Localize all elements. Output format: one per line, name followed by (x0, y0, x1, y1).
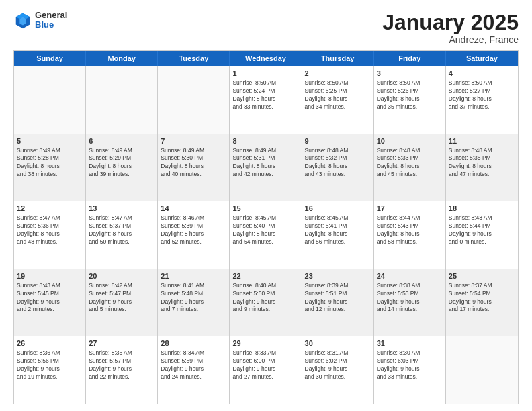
cell-text: Daylight: 8 hours (449, 95, 515, 103)
cell-text: Sunrise: 8:40 AM (232, 282, 298, 290)
cell-text: Daylight: 9 hours (161, 298, 226, 306)
table-row: 3Sunrise: 8:50 AMSunset: 5:26 PMDaylight… (374, 66, 446, 134)
day-number: 2 (305, 68, 371, 79)
logo-blue: Blue (35, 20, 67, 30)
cell-text: Sunset: 5:48 PM (161, 290, 226, 298)
cell-text: Sunrise: 8:34 AM (161, 349, 226, 357)
cell-text: Sunrise: 8:48 AM (305, 147, 371, 155)
day-number: 23 (305, 271, 371, 281)
table-row: 26Sunrise: 8:36 AMSunset: 5:56 PMDayligh… (14, 336, 86, 404)
cell-text: Sunset: 5:26 PM (377, 87, 443, 95)
cell-text: Sunset: 5:28 PM (17, 154, 83, 163)
table-row: 4Sunrise: 8:50 AMSunset: 5:27 PMDaylight… (446, 66, 518, 134)
cell-text: Daylight: 9 hours (89, 365, 154, 373)
cell-text: Daylight: 8 hours (305, 163, 371, 171)
cell-text: Sunrise: 8:49 AM (89, 147, 154, 155)
cell-text: and 43 minutes. (305, 171, 371, 179)
day-number: 7 (161, 136, 226, 146)
cell-text: Sunrise: 8:48 AM (449, 147, 515, 155)
subtitle: Andreze, France (382, 34, 519, 45)
cell-text: Sunset: 6:03 PM (377, 357, 443, 365)
cell-text: and 19 minutes. (17, 373, 83, 381)
day-number: 4 (449, 68, 515, 79)
cell-text: and 9 minutes. (232, 306, 298, 314)
cell-text: Sunset: 5:24 PM (232, 87, 298, 95)
day-number: 3 (377, 68, 443, 79)
cell-text: Sunrise: 8:31 AM (305, 349, 371, 357)
calendar-row: 1Sunrise: 8:50 AMSunset: 5:24 PMDaylight… (14, 66, 518, 134)
table-row (158, 66, 230, 134)
calendar-row: 5Sunrise: 8:49 AMSunset: 5:28 PMDaylight… (14, 134, 518, 201)
table-row: 24Sunrise: 8:38 AMSunset: 5:53 PMDayligh… (374, 269, 446, 336)
table-row (86, 66, 158, 134)
day-number: 27 (89, 338, 154, 349)
table-row: 12Sunrise: 8:47 AMSunset: 5:36 PMDayligh… (14, 201, 86, 269)
day-number: 1 (232, 68, 298, 79)
cell-text: Sunset: 5:44 PM (449, 222, 515, 230)
weekday-header: Thursday (302, 51, 374, 66)
cell-text: Sunset: 5:43 PM (377, 222, 443, 230)
cell-text: and 33 minutes. (232, 103, 298, 111)
cell-text: Sunrise: 8:47 AM (89, 214, 154, 222)
table-row: 2Sunrise: 8:50 AMSunset: 5:25 PMDaylight… (302, 66, 374, 134)
cell-text: Daylight: 9 hours (17, 365, 83, 373)
cell-text: Sunset: 5:45 PM (17, 290, 83, 298)
day-number: 30 (305, 338, 371, 349)
cell-text: Daylight: 8 hours (161, 163, 226, 171)
table-row: 8Sunrise: 8:49 AMSunset: 5:31 PMDaylight… (230, 134, 302, 201)
title-block: January 2025 Andreze, France (382, 11, 519, 45)
cell-text: and 5 minutes. (89, 306, 154, 314)
cell-text: Daylight: 9 hours (305, 298, 371, 306)
cell-text: Sunset: 5:31 PM (232, 154, 298, 163)
cell-text: Sunset: 5:47 PM (89, 290, 154, 298)
cell-text: Sunset: 5:41 PM (305, 222, 371, 230)
cell-text: Daylight: 8 hours (305, 95, 371, 103)
cell-text: Sunrise: 8:30 AM (377, 349, 443, 357)
weekday-header: Monday (86, 51, 158, 66)
day-number: 5 (17, 136, 83, 146)
table-row: 1Sunrise: 8:50 AMSunset: 5:24 PMDaylight… (230, 66, 302, 134)
table-row: 28Sunrise: 8:34 AMSunset: 5:59 PMDayligh… (158, 336, 230, 404)
cell-text: and 54 minutes. (232, 238, 298, 246)
cell-text: Sunrise: 8:46 AM (161, 214, 226, 222)
calendar-row: 26Sunrise: 8:36 AMSunset: 5:56 PMDayligh… (14, 336, 518, 404)
cell-text: Sunset: 5:25 PM (305, 87, 371, 95)
cell-text: Sunrise: 8:39 AM (305, 282, 371, 290)
cell-text: Sunset: 6:00 PM (232, 357, 298, 365)
table-row: 27Sunrise: 8:35 AMSunset: 5:57 PMDayligh… (86, 336, 158, 404)
cell-text: Daylight: 9 hours (17, 298, 83, 306)
table-row: 7Sunrise: 8:49 AMSunset: 5:30 PMDaylight… (158, 134, 230, 201)
day-number: 26 (17, 338, 83, 349)
cell-text: Sunset: 5:50 PM (232, 290, 298, 298)
cell-text: Daylight: 8 hours (377, 230, 443, 238)
cell-text: Sunrise: 8:50 AM (449, 79, 515, 87)
header: General Blue January 2025 Andreze, Franc… (13, 11, 519, 45)
cell-text: Sunset: 6:02 PM (305, 357, 371, 365)
cell-text: Sunrise: 8:36 AM (17, 349, 83, 357)
day-number: 21 (161, 271, 226, 281)
table-row: 5Sunrise: 8:49 AMSunset: 5:28 PMDaylight… (14, 134, 86, 201)
cell-text: Sunset: 5:57 PM (89, 357, 154, 365)
cell-text: Sunset: 5:36 PM (17, 222, 83, 230)
cell-text: and 58 minutes. (377, 238, 443, 246)
day-number: 14 (161, 203, 226, 214)
cell-text: and 34 minutes. (305, 103, 371, 111)
cell-text: Daylight: 9 hours (232, 365, 298, 373)
cell-text: Daylight: 9 hours (161, 365, 226, 373)
cell-text: Sunrise: 8:50 AM (377, 79, 443, 87)
cell-text: Sunrise: 8:43 AM (17, 282, 83, 290)
day-number: 31 (377, 338, 443, 349)
cell-text: and 33 minutes. (377, 373, 443, 381)
logo: General Blue (13, 11, 67, 30)
cell-text: and 27 minutes. (232, 373, 298, 381)
cell-text: Sunset: 5:53 PM (377, 290, 443, 298)
table-row: 9Sunrise: 8:48 AMSunset: 5:32 PMDaylight… (302, 134, 374, 201)
table-row: 30Sunrise: 8:31 AMSunset: 6:02 PMDayligh… (302, 336, 374, 404)
calendar-row: 19Sunrise: 8:43 AMSunset: 5:45 PMDayligh… (14, 269, 518, 336)
cell-text: Daylight: 8 hours (161, 230, 226, 238)
day-number: 10 (377, 136, 443, 146)
cell-text: Sunrise: 8:41 AM (161, 282, 226, 290)
month-title: January 2025 (382, 11, 519, 34)
cell-text: Sunset: 5:35 PM (449, 154, 515, 163)
cell-text: and 56 minutes. (305, 238, 371, 246)
